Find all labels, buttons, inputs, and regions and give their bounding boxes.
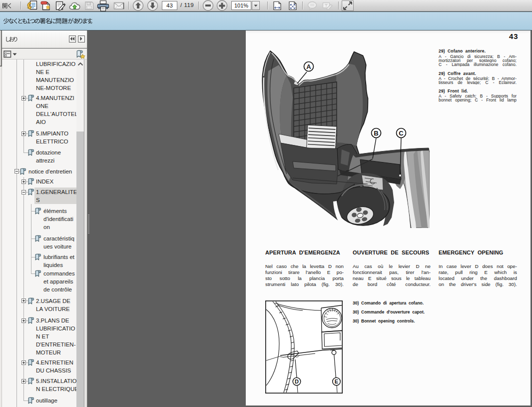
svg-text:E: E [335,378,338,384]
svg-text:A: A [306,63,311,70]
svg-text:B: B [374,130,378,137]
svg-text:D: D [295,378,299,384]
svg-text:C: C [399,130,404,137]
